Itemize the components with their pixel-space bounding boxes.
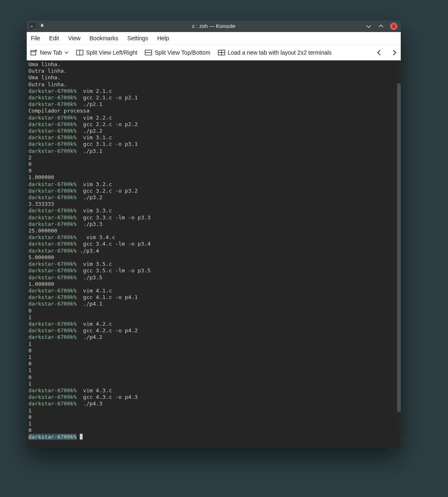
terminal-line: darkstar-6700k% vim 4.1.c [28, 288, 399, 294]
menubar: File Edit View Bookmarks Settings Help [27, 32, 401, 44]
prompt: darkstar-6700k% [28, 274, 76, 281]
prompt: darkstar-6700k% [28, 387, 76, 393]
terminal-line: 1 [28, 407, 399, 414]
terminal-line: 0 [28, 374, 399, 381]
terminal-line: darkstar-6700k% ./p3.2 [28, 194, 399, 201]
prompt: darkstar-6700k% [28, 301, 76, 307]
close-button[interactable] [390, 23, 397, 30]
prompt: darkstar-6700k% [28, 261, 76, 267]
konsole-window: >_ c : zsh — Konsole File [27, 21, 401, 448]
split-lr-icon [76, 49, 83, 56]
menu-bookmarks[interactable]: Bookmarks [90, 35, 118, 41]
prompt: darkstar-6700k% [28, 294, 76, 300]
menu-view[interactable]: View [68, 35, 81, 41]
menu-settings[interactable]: Settings [127, 35, 148, 41]
terminal-line: darkstar-6700k% vim 3.3.c [28, 207, 399, 214]
terminal-line: darkstar-6700k% ./p4.3 [28, 400, 399, 407]
terminal-line: 1 [28, 341, 399, 347]
minimize-button[interactable] [365, 23, 372, 30]
terminal-line: darkstar-6700k% gcc 3.2.c -o p3.2 [28, 188, 399, 194]
prompt: darkstar-6700k% [28, 121, 76, 127]
new-tab-button[interactable]: New Tab [30, 49, 69, 56]
menu-file[interactable]: File [31, 35, 40, 41]
terminal-line: darkstar-6700k% ./p4.2 [28, 334, 399, 341]
toolbar: New Tab Split View Left/Right Split View… [27, 44, 401, 60]
terminal-line: darkstar-6700k% vim 3.2.c [28, 181, 399, 188]
terminal-line: darkstar-6700k% gcc 3.4.c -lm -o p3.4 [28, 241, 399, 247]
prompt: darkstar-6700k% [28, 327, 76, 334]
terminal-line: 1 [28, 314, 399, 321]
new-tab-label: New Tab [40, 49, 62, 56]
prompt: darkstar-6700k% [28, 188, 76, 194]
terminal-line: 25.000000 [28, 228, 399, 234]
terminal-line: 1 [28, 381, 399, 387]
prompt: darkstar-6700k% [28, 234, 76, 240]
prompt: darkstar-6700k% [28, 128, 76, 134]
terminal-line: 1 [28, 421, 399, 427]
prompt: darkstar-6700k% [28, 134, 76, 140]
maximize-button[interactable] [378, 23, 384, 30]
terminal-line: 5.000000 [28, 254, 399, 261]
prompt: darkstar-6700k% [28, 207, 76, 214]
split-tb-icon [145, 49, 152, 56]
terminal-line: darkstar-6700k% vim 4.3.c [28, 387, 399, 394]
terminal-line: Uma linha. [28, 61, 399, 68]
terminal-line: darkstar-6700k% ./p3.3 [28, 221, 399, 228]
svg-rect-2 [31, 51, 36, 55]
terminal-line: darkstar-6700k% vim 4.2.c [28, 321, 399, 327]
menu-help[interactable]: Help [157, 35, 169, 41]
terminal-line: 0 [28, 308, 399, 314]
prompt: darkstar-6700k% [28, 181, 76, 187]
terminal-line: darkstar-6700k% ./p2.1 [28, 101, 399, 108]
terminal-line: darkstar-6700k% ./p2.2 [28, 128, 399, 134]
terminal-line: 1.000000 [28, 281, 399, 288]
prompt: darkstar-6700k% [28, 321, 76, 327]
prompt: darkstar-6700k% [28, 267, 76, 274]
terminal-pane[interactable]: Uma linha.Outra linha.Uma linha.Outra li… [27, 60, 401, 448]
split-tb-label: Split View Top/Bottom [155, 49, 210, 56]
terminal-line: darkstar-6700k% gcc 4.3.c -o p4.3 [28, 394, 399, 400]
prompt: darkstar-6700k% [28, 248, 76, 254]
load-layout-label: Load a new tab with layout 2x2 terminals [228, 49, 332, 56]
terminal-line: darkstar-6700k% gcc 3.3.c -lm -o p3.3 [28, 214, 399, 221]
terminal-line: darkstar-6700k% vim 2.2.c [28, 115, 399, 121]
terminal-line: 1 [28, 367, 399, 374]
terminal-line: 3.333333 [28, 201, 399, 207]
chevron-down-icon[interactable] [65, 49, 69, 56]
prompt: darkstar-6700k% [28, 88, 76, 94]
app-icon: >_ [29, 23, 36, 30]
prompt: darkstar-6700k% [28, 434, 76, 440]
terminal-line: 0 [28, 161, 399, 168]
terminal-line: darkstar-6700k% vim 3.4.c [28, 234, 399, 241]
prompt: darkstar-6700k% [28, 94, 76, 101]
terminal-line: darkstar-6700k% vim 3.5.c [28, 261, 399, 267]
terminal-line: 0 [28, 414, 399, 421]
terminal-line: darkstar-6700k% gcc 4.1.c -o p4.1 [28, 294, 399, 301]
terminal-line: darkstar-6700k% ./p4.1 [28, 301, 399, 307]
new-tab-icon [30, 49, 37, 56]
scrollbar[interactable] [397, 83, 401, 412]
terminal-line: 0 [28, 361, 399, 367]
menu-edit[interactable]: Edit [49, 35, 59, 41]
prompt: darkstar-6700k% [28, 148, 76, 154]
prompt: darkstar-6700k% [28, 115, 76, 121]
titlebar[interactable]: >_ c : zsh — Konsole [27, 21, 401, 32]
terminal-line: darkstar-6700k% gcc 2.2.c -o p2.2 [28, 121, 399, 128]
terminal-line: 9 [28, 168, 399, 174]
prompt: darkstar-6700k% [28, 394, 76, 400]
prompt: darkstar-6700k% [28, 241, 76, 247]
split-left-right-button[interactable]: Split View Left/Right [76, 49, 137, 56]
prompt: darkstar-6700k% [28, 214, 76, 221]
terminal-line: 1 [28, 354, 399, 361]
load-layout-button[interactable]: Load a new tab with layout 2x2 terminals [218, 49, 332, 56]
pin-icon[interactable] [39, 23, 46, 30]
nav-back-button[interactable] [376, 49, 383, 56]
split-top-bottom-button[interactable]: Split View Top/Bottom [145, 49, 210, 56]
nav-forward-button[interactable] [391, 49, 397, 56]
terminal-line: darkstar-6700k% ./p3.5 [28, 274, 399, 281]
terminal-line: 0 [28, 347, 399, 354]
prompt: darkstar-6700k% [28, 194, 76, 200]
terminal-line: darkstar-6700k% vim 3.1.c [28, 134, 399, 141]
terminal-line: darkstar-6700k% gcc 2.1.c -o p2.1 [28, 94, 399, 101]
terminal-line-current[interactable]: darkstar-6700k% [28, 434, 399, 440]
